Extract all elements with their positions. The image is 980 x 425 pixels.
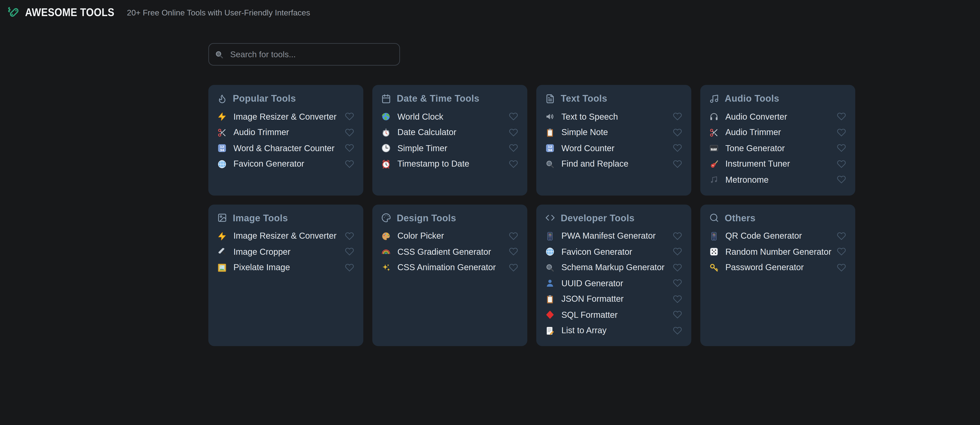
tool-item[interactable]: UUID Generator [545,275,682,291]
tool-item[interactable]: Image Resizer & Converter [217,228,354,244]
tool-item[interactable]: Date Calculator [381,124,518,140]
favorite-button[interactable] [837,247,846,256]
tool-item[interactable]: Random Number Generator [709,244,846,259]
favorite-button[interactable] [837,175,846,184]
tool-link[interactable]: Schema Markup Generator [562,263,665,272]
favorite-button[interactable] [509,159,518,168]
tool-link[interactable]: PWA Manifest Generator [562,231,656,241]
favorite-button[interactable] [837,128,846,137]
tool-link[interactable]: Audio Trimmer [234,127,289,137]
tool-link[interactable]: Color Picker [398,231,444,241]
favorite-button[interactable] [837,159,846,168]
tool-item[interactable]: Image Resizer & Converter [217,109,354,124]
tool-item[interactable]: Audio Trimmer [217,124,354,140]
tool-item[interactable]: CSS Gradient Generator [381,244,518,259]
tool-item[interactable]: CSS Animation Generator [381,259,518,275]
tool-item[interactable]: Audio Converter [709,109,846,124]
tool-link[interactable]: List to Array [562,326,607,335]
favorite-button[interactable] [673,247,682,256]
favorite-button[interactable] [673,231,682,240]
favorite-button[interactable] [837,263,846,272]
tool-link[interactable]: Password Generator [725,263,804,272]
tool-link[interactable]: Date Calculator [398,127,457,137]
tool-item[interactable]: Pixelate Image [217,259,354,275]
tool-link[interactable]: Image Resizer & Converter [234,231,337,241]
tool-link[interactable]: Image Resizer & Converter [234,112,337,121]
tool-item[interactable]: World Clock [381,109,518,124]
tool-link[interactable]: Favicon Generator [562,247,632,256]
favorite-button[interactable] [509,263,518,272]
favorite-button[interactable] [673,294,682,303]
tool-item[interactable]: Image Cropper [217,244,354,259]
favorite-button[interactable] [345,144,354,153]
tool-item[interactable]: Instrument Tuner [709,156,846,172]
tool-link[interactable]: Tone Generator [725,143,785,153]
favorite-button[interactable] [509,112,518,121]
tool-link[interactable]: Find and Replace [562,159,628,169]
tool-item[interactable]: Color Picker [381,228,518,244]
tool-item[interactable]: Audio Trimmer [709,124,846,140]
tool-link[interactable]: JSON Formatter [562,294,624,304]
tool-link[interactable]: QR Code Generator [725,231,802,241]
tool-link[interactable]: Simple Note [562,127,608,137]
tool-link[interactable]: Favicon Generator [234,159,304,169]
favorite-button[interactable] [345,128,354,137]
tool-item[interactable]: SQL Formatter [545,307,682,323]
favorite-button[interactable] [509,247,518,256]
tool-item[interactable]: Favicon Generator [545,244,682,259]
tool-link[interactable]: UUID Generator [562,279,623,288]
favorite-button[interactable] [345,112,354,121]
tool-item[interactable]: Text to Speech [545,109,682,124]
tool-link[interactable]: Pixelate Image [234,263,290,272]
tool-item[interactable]: Schema Markup Generator [545,259,682,275]
favorite-button[interactable] [345,247,354,256]
favorite-button[interactable] [673,310,682,319]
favorite-button[interactable] [837,112,846,121]
tool-item[interactable]: Simple Note [545,124,682,140]
favorite-button[interactable] [673,144,682,153]
tool-link[interactable]: Timestamp to Date [398,159,469,169]
tool-link[interactable]: Audio Converter [725,112,787,121]
favorite-button[interactable] [837,144,846,153]
tool-link[interactable]: Metronome [725,175,768,185]
tool-item[interactable]: Simple Timer [381,140,518,156]
tool-item[interactable]: QR Code Generator [709,228,846,244]
tool-item[interactable]: Timestamp to Date [381,156,518,172]
tool-item[interactable]: Password Generator [709,259,846,275]
tool-link[interactable]: Word & Character Counter [234,143,335,153]
tool-link[interactable]: SQL Formatter [562,310,617,320]
tool-item[interactable]: 1234Word & Character Counter [217,140,354,156]
tool-item[interactable]: Find and Replace [545,156,682,172]
favorite-button[interactable] [673,326,682,335]
tool-item[interactable]: List to Array [545,323,682,339]
favorite-button[interactable] [673,159,682,168]
tool-link[interactable]: Random Number Generator [725,247,831,256]
tool-item[interactable]: JSON Formatter [545,291,682,307]
favorite-button[interactable] [345,159,354,168]
favorite-button[interactable] [673,112,682,121]
tool-item[interactable]: PWA Manifest Generator [545,228,682,244]
favorite-button[interactable] [509,144,518,153]
tool-link[interactable]: Text to Speech [562,112,618,121]
favorite-button[interactable] [837,231,846,240]
search-input[interactable] [208,43,400,65]
tool-item[interactable]: 1234Word Counter [545,140,682,156]
logo-home-link[interactable]: AWESOME TOOLS [6,6,124,19]
tool-item[interactable]: Metronome [709,172,846,188]
tool-link[interactable]: Instrument Tuner [725,159,790,169]
favorite-button[interactable] [673,128,682,137]
tool-link[interactable]: Simple Timer [398,143,447,153]
tool-link[interactable]: CSS Animation Generator [398,263,496,272]
tool-item[interactable]: Favicon Generator [217,156,354,172]
tool-link[interactable]: World Clock [398,112,443,121]
favorite-button[interactable] [345,263,354,272]
favorite-button[interactable] [509,128,518,137]
tool-item[interactable]: Tone Generator [709,140,846,156]
tool-link[interactable]: Word Counter [562,143,614,153]
tool-link[interactable]: Image Cropper [234,247,290,256]
favorite-button[interactable] [509,231,518,240]
favorite-button[interactable] [345,231,354,240]
favorite-button[interactable] [673,263,682,272]
tool-link[interactable]: Audio Trimmer [725,127,781,137]
favorite-button[interactable] [673,279,682,288]
